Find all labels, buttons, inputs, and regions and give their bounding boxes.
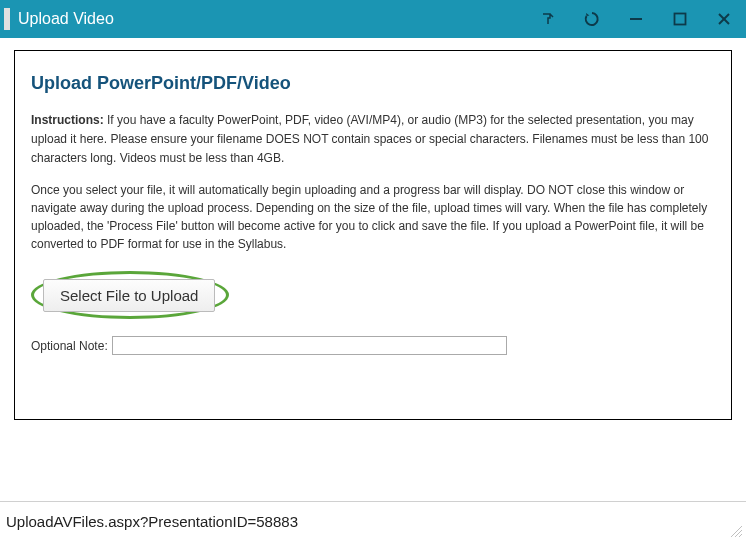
select-file-row: Select File to Upload (31, 279, 715, 312)
titlebar-edge-decoration (4, 8, 10, 30)
svg-line-6 (739, 534, 742, 537)
maximize-icon (673, 12, 687, 26)
minimize-icon (629, 12, 643, 26)
refresh-button[interactable] (570, 0, 614, 38)
resize-grip-icon[interactable] (729, 524, 743, 538)
content-area: Upload PowerPoint/PDF/Video Instructions… (0, 38, 746, 501)
pin-icon (540, 11, 556, 27)
close-icon (717, 12, 731, 26)
window-titlebar: Upload Video (0, 0, 746, 38)
instructions-text-1: If you have a faculty PowerPoint, PDF, v… (31, 113, 708, 165)
titlebar-controls (526, 0, 746, 38)
svg-rect-1 (675, 14, 686, 25)
upload-panel: Upload PowerPoint/PDF/Video Instructions… (14, 50, 732, 420)
refresh-icon (583, 10, 601, 28)
status-bar: UploadAVFiles.aspx?PresentationID=58883 (0, 501, 746, 541)
optional-note-input[interactable] (112, 336, 507, 355)
status-text: UploadAVFiles.aspx?PresentationID=58883 (6, 513, 298, 530)
instructions-paragraph-2: Once you select your file, it will autom… (31, 181, 715, 253)
instructions-paragraph-1: Instructions: If you have a faculty Powe… (31, 110, 715, 167)
select-file-button[interactable]: Select File to Upload (43, 279, 215, 312)
maximize-button[interactable] (658, 0, 702, 38)
close-button[interactable] (702, 0, 746, 38)
instructions-label: Instructions: (31, 113, 104, 127)
panel-heading: Upload PowerPoint/PDF/Video (31, 73, 715, 94)
pin-button[interactable] (526, 0, 570, 38)
optional-note-label: Optional Note: (31, 339, 108, 353)
svg-line-5 (735, 530, 742, 537)
minimize-button[interactable] (614, 0, 658, 38)
window-title: Upload Video (18, 10, 114, 28)
optional-note-row: Optional Note: (31, 336, 715, 355)
titlebar-left: Upload Video (4, 8, 114, 30)
